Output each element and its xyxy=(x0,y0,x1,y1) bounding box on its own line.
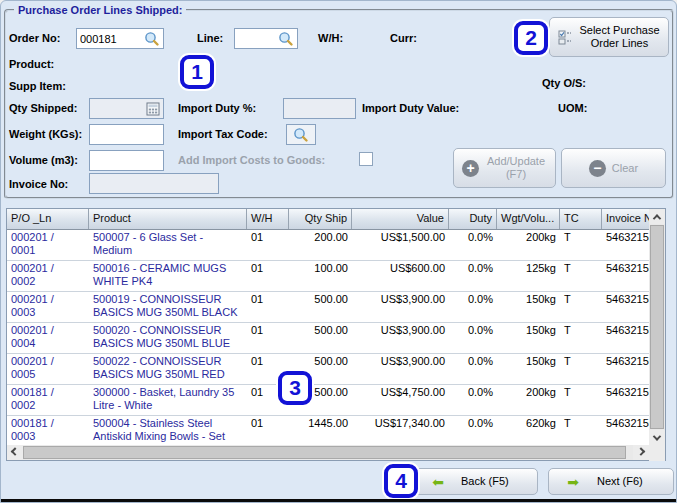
cell-invoice: 54632155 xyxy=(602,261,650,291)
curr-label: Curr: xyxy=(390,32,417,44)
cell-po: 000201 / 0003 xyxy=(7,292,89,322)
calculator-icon[interactable] xyxy=(146,102,160,116)
column-header-value[interactable]: Value xyxy=(352,209,449,229)
cell-wgt: 200kg xyxy=(497,230,560,260)
chevron-down-icon xyxy=(653,432,661,440)
add-import-costs-checkbox[interactable] xyxy=(359,152,373,166)
column-header-wh[interactable]: W/H xyxy=(247,209,289,229)
back-label: Back (F5) xyxy=(450,475,520,488)
horizontal-scroll-thumb[interactable] xyxy=(23,446,626,459)
chevron-left-icon xyxy=(11,447,19,455)
cell-product: 500020 - CONNOISSEUR BASICS MUG 350ML BL… xyxy=(89,323,247,353)
cell-value: US$3,900.00 xyxy=(352,323,449,353)
cell-duty: 0.0% xyxy=(449,292,497,322)
chevron-up-icon xyxy=(653,214,661,222)
cell-qty: 500.00 xyxy=(289,323,352,353)
cell-po: 000181 / 0002 xyxy=(7,385,89,415)
table-row[interactable]: 000181 / 0002300000 - Basket, Laundry 35… xyxy=(7,385,665,416)
scroll-right-button[interactable] xyxy=(633,445,649,460)
back-button[interactable]: ⬅ Back (F5) xyxy=(414,468,538,495)
cell-value: US$600.00 xyxy=(352,261,449,291)
add-import-costs-label: Add Import Costs to Goods: xyxy=(178,154,325,166)
vertical-scroll-thumb[interactable] xyxy=(650,225,664,429)
order-no-input[interactable]: 000181 xyxy=(76,28,164,49)
weight-input[interactable] xyxy=(89,124,164,145)
table-header-row: P/O _LnProductW/HQty ShipValueDutyWgt/Vo… xyxy=(7,209,665,230)
cell-invoice: 54632155 xyxy=(602,385,650,415)
wh-label: W/H: xyxy=(318,32,343,44)
checklist-icon xyxy=(558,29,573,45)
line-input[interactable] xyxy=(234,28,298,49)
import-duty-pct-input[interactable] xyxy=(283,98,356,119)
cell-tc: T xyxy=(560,261,602,291)
column-header-tc[interactable]: TC xyxy=(560,209,602,229)
order-no-label: Order No: xyxy=(9,32,60,44)
cell-qty: 200.00 xyxy=(289,230,352,260)
import-tax-code-lookup-button[interactable] xyxy=(286,124,316,145)
cell-wh: 01 xyxy=(247,261,289,291)
volume-input[interactable] xyxy=(89,150,164,171)
table-row[interactable]: 000201 / 0002500016 - CERAMIC MUGS WHITE… xyxy=(7,261,665,292)
column-header-po[interactable]: P/O _Ln xyxy=(7,209,89,229)
groupbox-title: Purchase Order Lines Shipped: xyxy=(14,4,186,16)
column-header-product[interactable]: Product xyxy=(89,209,247,229)
weight-label: Weight (KGs): xyxy=(9,128,82,140)
column-header-wgt[interactable]: Wgt/Volu... xyxy=(497,209,560,229)
cell-tc: T xyxy=(560,323,602,353)
table-row[interactable]: 000201 / 0005500022 - CONNOISSEUR BASICS… xyxy=(7,354,665,385)
qty-os-label: Qty O/S: xyxy=(542,77,586,89)
cell-po: 000201 / 0002 xyxy=(7,261,89,291)
add-update-label: Add/Update (F7) xyxy=(485,155,547,181)
cell-wgt: 150kg xyxy=(497,354,560,384)
qty-shipped-label: Qty Shipped: xyxy=(9,102,77,114)
cell-value: US$1,500.00 xyxy=(352,230,449,260)
search-icon[interactable] xyxy=(144,31,160,47)
cell-product: 500016 - CERAMIC MUGS WHITE PK4 xyxy=(89,261,247,291)
scroll-left-button[interactable] xyxy=(7,445,23,460)
window-bottom-edge xyxy=(1,499,677,503)
purchase-order-lines-shipped-window: Purchase Order Lines Shipped: Order No: … xyxy=(0,0,677,503)
scroll-down-button[interactable] xyxy=(649,430,665,445)
clear-button[interactable]: − Clear xyxy=(561,148,666,188)
next-arrow-icon: ➡ xyxy=(567,475,579,489)
chevron-right-icon xyxy=(637,447,645,455)
cell-wgt: 200kg xyxy=(497,385,560,415)
cell-invoice: 54632155 xyxy=(602,416,650,446)
column-header-qty[interactable]: Qty Ship xyxy=(289,209,352,229)
minus-circle-icon: − xyxy=(589,160,606,177)
scroll-up-button[interactable] xyxy=(649,209,665,224)
import-duty-pct-label: Import Duty %: xyxy=(178,102,256,114)
table-row[interactable]: 000201 / 0001500007 - 6 Glass Set - Medi… xyxy=(7,230,665,261)
cell-po: 000201 / 0004 xyxy=(7,323,89,353)
order-no-value: 000181 xyxy=(80,33,144,45)
table-row[interactable]: 000201 / 0003500019 - CONNOISSEUR BASICS… xyxy=(7,292,665,323)
cell-wgt: 150kg xyxy=(497,323,560,353)
annotation-badge-4: 4 xyxy=(384,464,418,498)
invoice-no-input[interactable] xyxy=(89,173,219,194)
search-icon[interactable] xyxy=(293,127,309,143)
cell-wh: 01 xyxy=(247,292,289,322)
horizontal-scrollbar[interactable] xyxy=(7,445,649,460)
select-purchase-order-lines-button[interactable]: Select Purchase Order Lines xyxy=(549,17,669,57)
cell-qty: 1445.00 xyxy=(289,416,352,446)
table-row[interactable]: 000181 / 0003500004 - Stainless Steel An… xyxy=(7,416,665,447)
cell-product: 300000 - Basket, Laundry 35 Litre - Whit… xyxy=(89,385,247,415)
cell-tc: T xyxy=(560,354,602,384)
import-duty-value-label: Import Duty Value: xyxy=(362,102,459,114)
qty-shipped-input[interactable] xyxy=(89,98,164,119)
next-label: Next (F6) xyxy=(585,475,655,488)
column-header-invoice[interactable]: Invoice No xyxy=(602,209,650,229)
next-button[interactable]: ➡ Next (F6) xyxy=(548,468,674,495)
scrollbar-corner xyxy=(649,445,665,461)
add-update-button[interactable]: + Add/Update (F7) xyxy=(453,148,556,188)
column-header-duty[interactable]: Duty xyxy=(449,209,497,229)
cell-tc: T xyxy=(560,416,602,446)
annotation-badge-2: 2 xyxy=(514,21,548,55)
search-icon[interactable] xyxy=(278,31,294,47)
cell-value: US$3,900.00 xyxy=(352,292,449,322)
table-row[interactable]: 000201 / 0004500020 - CONNOISSEUR BASICS… xyxy=(7,323,665,354)
cell-product: 500019 - CONNOISSEUR BASICS MUG 350ML BL… xyxy=(89,292,247,322)
cell-wgt: 150kg xyxy=(497,292,560,322)
cell-product: 500004 - Stainless Steel Antiskid Mixing… xyxy=(89,416,247,446)
vertical-scrollbar[interactable] xyxy=(649,209,665,445)
